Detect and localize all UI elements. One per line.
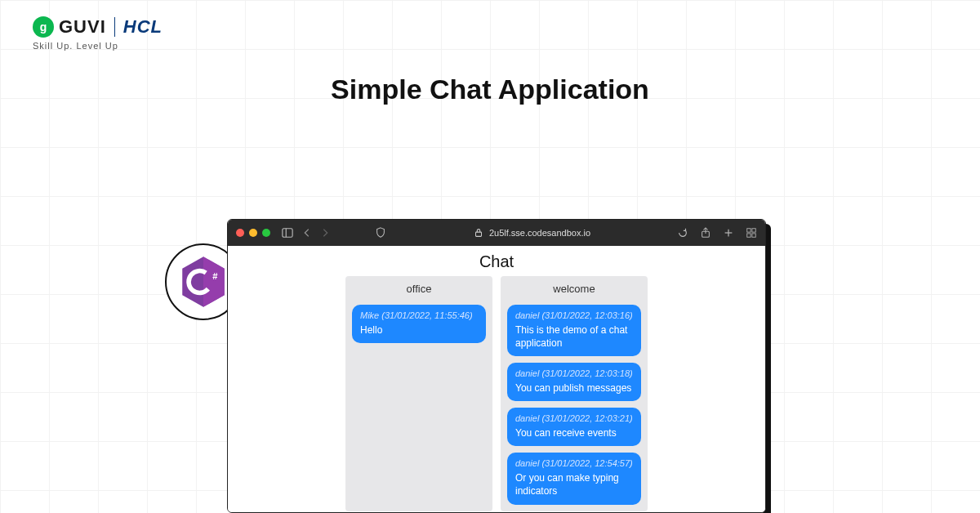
lock-icon xyxy=(473,227,484,239)
message-body: You can receive events xyxy=(515,427,617,439)
logo-divider xyxy=(114,17,115,37)
message-body: Hello xyxy=(360,324,382,336)
chat-panels: office Mike (31/01/2022, 11:55:46) Hello… xyxy=(345,276,648,511)
toolbar-right xyxy=(700,227,757,239)
sidebar-toggle-icon[interactable] xyxy=(282,227,293,239)
chat-message: daniel (31/01/2022, 12:03:18) You can pu… xyxy=(507,363,641,401)
message-body: This is the demo of a chat application xyxy=(515,324,627,349)
browser-titlebar: 2u5lf.sse.codesandbox.io xyxy=(228,220,765,246)
panel-title: office xyxy=(352,283,486,298)
forward-icon[interactable] xyxy=(319,227,331,239)
guvi-wordmark: GUVI xyxy=(59,16,106,38)
reload-icon[interactable] xyxy=(677,227,688,239)
message-meta: daniel (31/01/2022, 12:54:57) xyxy=(515,457,633,470)
csharp-icon: # xyxy=(180,256,226,308)
close-icon[interactable] xyxy=(236,229,244,237)
chat-message: daniel (31/01/2022, 12:54:57) Or you can… xyxy=(507,453,641,504)
message-meta: daniel (31/01/2022, 12:03:18) xyxy=(515,368,633,380)
address-bar[interactable]: 2u5lf.sse.codesandbox.io xyxy=(398,227,666,239)
nav-buttons xyxy=(301,227,331,239)
hcl-wordmark: HCL xyxy=(123,16,163,38)
message-meta: daniel (31/01/2022, 12:03:16) xyxy=(515,310,633,322)
guvi-logo: g GUVI xyxy=(33,16,106,38)
back-icon[interactable] xyxy=(301,227,313,239)
toolbar-left xyxy=(282,227,331,239)
chat-message: Mike (31/01/2022, 11:55:46) Hello xyxy=(352,305,486,343)
guvi-icon: g xyxy=(33,16,54,38)
message-meta: Mike (31/01/2022, 11:55:46) xyxy=(360,310,478,322)
svg-marker-1 xyxy=(203,256,225,307)
brand-logo-block: g GUVI HCL Skill Up. Level Up xyxy=(33,16,163,51)
minimize-icon[interactable] xyxy=(249,229,257,237)
browser-window: 2u5lf.sse.codesandbox.io Chat office Mik… xyxy=(227,219,766,513)
chat-panel-welcome: welcome daniel (31/01/2022, 12:03:16) Th… xyxy=(501,276,648,511)
tabs-grid-icon[interactable] xyxy=(746,227,757,239)
svg-rect-6 xyxy=(475,232,481,236)
shield-icon[interactable] xyxy=(375,227,386,239)
svg-rect-10 xyxy=(747,229,751,232)
chat-message: daniel (31/01/2022, 12:03:21) You can re… xyxy=(507,408,641,446)
maximize-icon[interactable] xyxy=(262,229,270,237)
message-body: Or you can make typing indicators xyxy=(515,472,619,497)
svg-rect-12 xyxy=(747,234,751,237)
brand-logo-row: g GUVI HCL xyxy=(33,16,163,38)
share-icon[interactable] xyxy=(700,227,711,239)
browser-viewport: Chat office Mike (31/01/2022, 11:55:46) … xyxy=(228,246,765,512)
chat-heading: Chat xyxy=(479,252,514,271)
svg-rect-13 xyxy=(752,234,755,237)
panel-title: welcome xyxy=(507,283,641,298)
svg-rect-11 xyxy=(752,229,755,232)
window-controls[interactable] xyxy=(236,229,270,237)
brand-tagline: Skill Up. Level Up xyxy=(33,41,163,51)
svg-text:#: # xyxy=(212,271,218,281)
chat-message: daniel (31/01/2022, 12:03:16) This is th… xyxy=(507,305,641,356)
message-body: You can publish messages xyxy=(515,382,631,394)
url-text: 2u5lf.sse.codesandbox.io xyxy=(489,228,590,238)
page-title: Simple Chat Application xyxy=(0,74,980,105)
chat-panel-office: office Mike (31/01/2022, 11:55:46) Hello xyxy=(345,276,492,511)
svg-rect-4 xyxy=(283,229,292,238)
message-meta: daniel (31/01/2022, 12:03:21) xyxy=(515,413,633,425)
new-tab-icon[interactable] xyxy=(723,227,734,239)
